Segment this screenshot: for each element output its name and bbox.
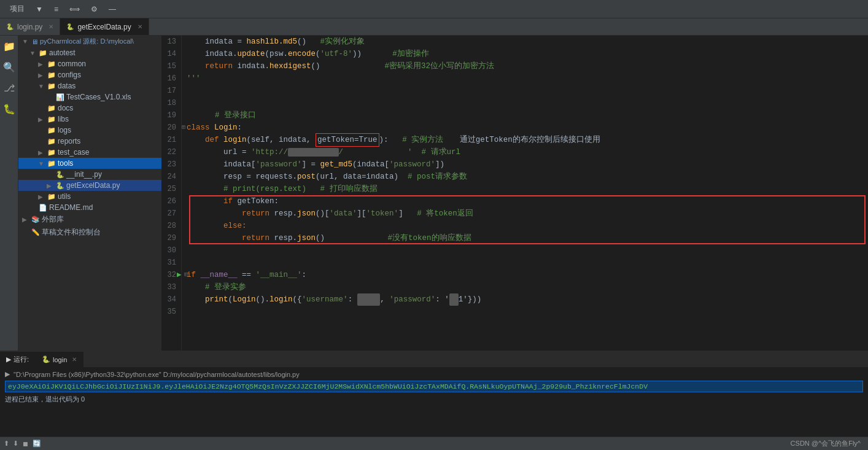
- login-icon: 🐍: [42, 355, 50, 363]
- tree-root[interactable]: ▼ 🖥 pyCharmlocal 源根: D:\mylocal\: [18, 36, 161, 47]
- python-icon-2: 🐍: [66, 23, 74, 30]
- token-annotation: ↙ token: [831, 368, 868, 370]
- app-window: 项目 ▼ ≡ ⟺ ⚙ — 🐍 login.py ✕ 🐍 getExcelData…: [0, 0, 868, 450]
- menu-project[interactable]: 项目: [5, 2, 29, 15]
- tree-reports-label: reports: [58, 137, 80, 145]
- menu-items: 项目 ▼ ≡ ⟺ ⚙ —: [5, 2, 121, 15]
- menu-swap[interactable]: ⟺: [64, 4, 85, 15]
- menu-list[interactable]: ≡: [49, 4, 63, 15]
- code-line-28: else:: [187, 220, 868, 232]
- code-line-23: indata['password'] = get_md5(indata['pas…: [187, 158, 868, 171]
- code-line-34: print(Login().login({'username': **.**, …: [187, 293, 868, 306]
- code-line-32: ▶ ⊞ if __name__ == '__main__':: [187, 269, 868, 281]
- debug-icon[interactable]: 🐛: [3, 103, 15, 115]
- tree-logs[interactable]: 📁 logs: [18, 125, 161, 136]
- code-editor-area: 13 14 15 16 17 18 19 20 21 22 23 24 25 2…: [162, 36, 868, 351]
- git-icon[interactable]: ⎇: [4, 82, 15, 95]
- tree-testcases-xls[interactable]: 📊 TestCases_V1.0.xls: [18, 91, 161, 103]
- bottom-icon-3[interactable]: ⏹: [22, 440, 29, 448]
- python-icon: 🐍: [6, 23, 14, 30]
- code-editor[interactable]: 13 14 15 16 17 18 19 20 21 22 23 24 25 2…: [162, 36, 868, 351]
- tree-tools-label: tools: [58, 159, 73, 168]
- tree-autotest[interactable]: ▼ 📁 autotest: [18, 47, 161, 58]
- code-line-30: [187, 244, 868, 257]
- tab-close-icon[interactable]: ✕: [48, 23, 53, 30]
- search-icon[interactable]: 🔍: [3, 61, 15, 74]
- code-line-33: # 登录实参: [187, 281, 868, 293]
- menu-minus[interactable]: —: [104, 4, 121, 15]
- tab-login-py[interactable]: 🐍 login.py ✕: [0, 18, 60, 35]
- token-section: eyJ0eXAiOiJKV1QiLCJhbGciOiJIUzI1NiJ9.eyJ…: [5, 381, 863, 392]
- tree-logs-label: logs: [58, 126, 71, 134]
- tree-utils[interactable]: ▶ 📁 utils: [18, 191, 161, 202]
- left-sidebar-icons: 📁 🔍 ⎇ 🐛: [0, 36, 18, 351]
- menu-gear[interactable]: ⚙: [86, 4, 103, 15]
- code-line-17: [187, 85, 868, 97]
- token-arrow-icon: ↙: [831, 368, 837, 370]
- tree-common-label: common: [58, 60, 86, 68]
- token-label: token: [840, 368, 868, 370]
- tree-getexceldata-py[interactable]: ▶ 🐍 getExcelData.py: [18, 180, 161, 191]
- tree-reports[interactable]: 📁 reports: [18, 136, 161, 147]
- tree-scratches-label: 草稿文件和控制台: [42, 227, 101, 238]
- code-line-18: [187, 97, 868, 109]
- code-line-22: url = 'http://**.**.**.**/ ' # 请求url: [187, 146, 868, 158]
- tab-close-bottom[interactable]: ✕: [72, 356, 77, 363]
- bottom-panel: ▶ 运行: 🐍 login ✕ ▶ "D:\Program Files (x86…: [0, 351, 868, 436]
- bottom-tab-run[interactable]: ▶ 运行:: [0, 352, 36, 367]
- tab-getexceldata-py[interactable]: 🐍 getExcelData.py ✕: [60, 18, 149, 35]
- login-label: login: [53, 356, 67, 363]
- tree-common[interactable]: ▶ 📁 common: [18, 58, 161, 69]
- menu-arrow[interactable]: ▼: [31, 4, 48, 15]
- tree-scratches[interactable]: ✏️ 草稿文件和控制台: [18, 226, 161, 239]
- code-line-26: if getToken:: [187, 195, 868, 208]
- tree-test-case-label: test_case: [58, 148, 89, 157]
- tree-autotest-label: autotest: [49, 48, 76, 57]
- bottom-icon-4[interactable]: 🔄: [33, 440, 41, 448]
- code-line-25: # print(resp.text) # 打印响应数据: [187, 183, 868, 195]
- folder-icon[interactable]: 📁: [3, 41, 15, 53]
- tree-readme[interactable]: 📄 README.md: [18, 202, 161, 213]
- run-cmd-text: "D:\Program Files (x86)\Python39-32\pyth…: [14, 371, 300, 378]
- tab-close-icon-2[interactable]: ✕: [138, 23, 142, 30]
- tab-bar: 🐍 login.py ✕ 🐍 getExcelData.py ✕: [0, 18, 868, 36]
- tree-arrow-root: ▼: [22, 38, 29, 45]
- tab-login-label: login.py: [17, 23, 42, 31]
- middle-row: 📁 🔍 ⎇ 🐛 ▼ 🖥 pyCharmlocal 源根: D:\mylocal\…: [0, 36, 868, 351]
- tree-root-label: pyCharmlocal 源根: D:\mylocal\: [40, 37, 134, 46]
- status-right: CSDN @^会飞的鱼Fly^: [791, 439, 868, 448]
- tree-init-py[interactable]: 🐍 __init__.py: [18, 169, 161, 180]
- code-line-20: ⊞ class Login:: [187, 122, 868, 134]
- code-line-19: # 登录接口: [187, 109, 868, 122]
- tree-configs[interactable]: ▶ 📁 configs: [18, 69, 161, 80]
- bottom-icon-1[interactable]: ⬆: [4, 440, 9, 448]
- tree-getexceldata-label: getExcelData.py: [66, 181, 120, 190]
- tree-testcases-label: TestCases_V1.0.xls: [66, 93, 131, 101]
- exit-status: 进程已结束，退出代码为 0: [5, 395, 863, 404]
- code-line-24: resp = requests.post(url, data=indata) #…: [187, 171, 868, 183]
- tree-external-libs[interactable]: ▶ 📚 外部库: [18, 213, 161, 226]
- tree-readme-label: README.md: [49, 203, 93, 212]
- code-line-29: return resp.json() #没有token的响应数据: [187, 232, 868, 244]
- code-line-27: return resp.json()['data']['token'] # 将t…: [187, 208, 868, 220]
- bottom-icon-2[interactable]: ⬇: [13, 440, 18, 448]
- top-menu-bar: 项目 ▼ ≡ ⟺ ⚙ —: [0, 0, 868, 18]
- tree-libs[interactable]: ▶ 📁 libs: [18, 114, 161, 125]
- run-cmd-line: ▶ "D:\Program Files (x86)\Python39-32\py…: [5, 370, 863, 378]
- tree-test-case[interactable]: ▶ 📁 test_case: [18, 147, 161, 158]
- tree-libs-label: libs: [58, 115, 69, 123]
- code-line-35: [187, 306, 868, 318]
- tree-external-label: 外部库: [42, 214, 64, 225]
- tree-datas[interactable]: ▼ 📁 datas: [18, 80, 161, 91]
- tab-getexceldata-label: getExcelData.py: [77, 23, 131, 31]
- code-line-21: def login(self, indata, getToken=True): …: [187, 134, 868, 146]
- file-tree-sidebar: ▼ 🖥 pyCharmlocal 源根: D:\mylocal\ ▼ 📁 aut…: [18, 36, 162, 351]
- bottom-content: ▶ "D:\Program Files (x86)\Python39-32\py…: [0, 368, 868, 436]
- tree-docs[interactable]: 📁 docs: [18, 103, 161, 114]
- tree-tools[interactable]: ▼ 📁 tools: [18, 158, 161, 169]
- bottom-tab-login[interactable]: 🐍 login ✕: [36, 352, 83, 367]
- token-value: eyJ0eXAiOiJKV1QiLCJhbGciOiJIUzI1NiJ9.eyJ…: [5, 381, 863, 392]
- code-line-14: indata.update(psw.encode('utf-8')) #加密操作: [187, 48, 868, 60]
- code-content: indata = hashlib.md5() #实例化对象 indata.upd…: [182, 36, 868, 351]
- code-line-16: ''': [187, 72, 868, 85]
